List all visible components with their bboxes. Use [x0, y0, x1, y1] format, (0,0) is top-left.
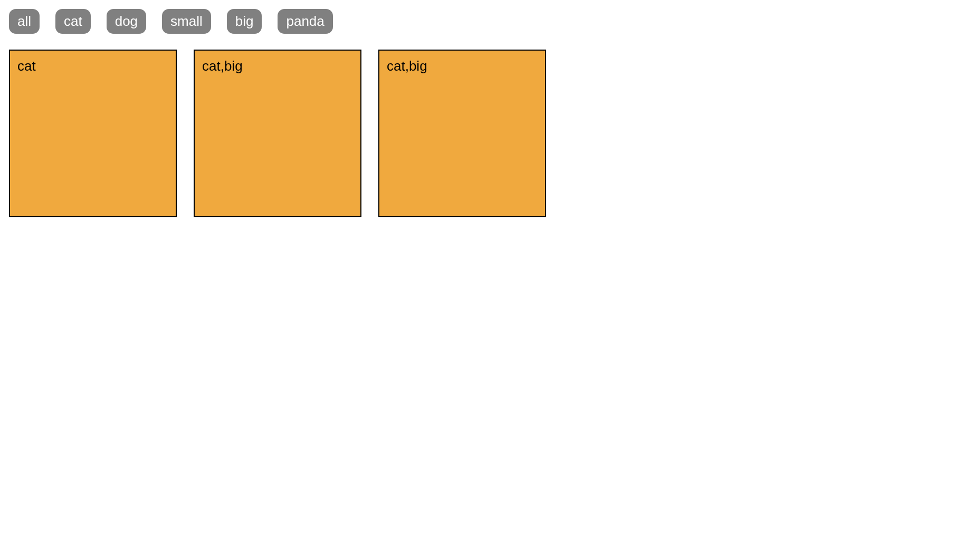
filter-button-all[interactable]: all [9, 9, 40, 34]
filter-button-dog[interactable]: dog [107, 9, 146, 34]
filter-button-panda[interactable]: panda [278, 9, 332, 34]
card-item: cat,big [194, 50, 361, 217]
filter-button-big[interactable]: big [227, 9, 262, 34]
card-label: cat [17, 58, 168, 74]
filter-row: all cat dog small big panda [9, 9, 964, 34]
card-label: cat,big [202, 58, 353, 74]
card-row: cat cat,big cat,big [9, 50, 964, 217]
filter-button-cat[interactable]: cat [55, 9, 91, 34]
filter-button-small[interactable]: small [162, 9, 211, 34]
card-item: cat [9, 50, 177, 217]
card-item: cat,big [378, 50, 546, 217]
card-label: cat,big [387, 58, 538, 74]
